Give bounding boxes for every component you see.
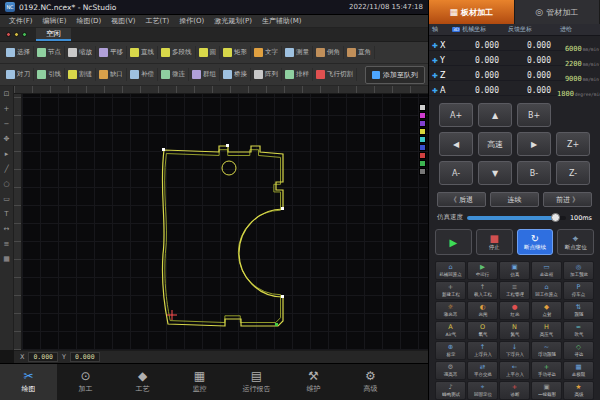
menu-item[interactable]: 视图(V) <box>106 16 140 26</box>
toolbar-item[interactable]: 缺口 <box>96 68 127 81</box>
machine-function-button[interactable]: ← 上平台入 <box>499 361 530 380</box>
color-swatch[interactable] <box>419 112 426 119</box>
machine-function-button[interactable]: ⌂ 机械回原点 <box>435 261 466 280</box>
sim-speed-knob[interactable] <box>551 213 560 222</box>
jog-button[interactable]: ▲ <box>478 103 512 127</box>
machine-function-button[interactable]: O 氧气 <box>467 321 498 340</box>
step-forward-button[interactable]: 前进 》 <box>543 192 592 207</box>
machine-function-button[interactable]: ↓ 下浮升入 <box>499 341 530 360</box>
jog-button[interactable]: Z+ <box>556 132 590 156</box>
machining-mode-tab[interactable]: ▦ 板材加工 <box>429 0 515 24</box>
jog-button[interactable]: B+ <box>517 103 551 127</box>
machine-function-button[interactable]: H 高压气 <box>531 321 562 340</box>
toolbar-item[interactable]: 多段线 <box>158 46 196 59</box>
view-tool-icon[interactable]: ▭ <box>3 195 10 203</box>
menu-item[interactable]: 编辑(E) <box>38 16 72 26</box>
view-tool-icon[interactable]: ≡ <box>4 240 10 248</box>
part-outline[interactable] <box>162 146 283 326</box>
machine-state-tab[interactable]: 空闲 <box>36 28 71 41</box>
machine-function-button[interactable]: ☼ 激光器 <box>435 301 466 320</box>
menu-item[interactable]: 激光规划(P) <box>209 16 257 26</box>
toolbar-item[interactable]: 平移 <box>96 46 127 59</box>
jog-button[interactable]: Z- <box>556 161 590 185</box>
color-swatch[interactable] <box>419 136 426 143</box>
machine-function-button[interactable]: ◆ 点射 <box>531 301 562 320</box>
machine-function-button[interactable]: ▣ 仿真 <box>499 261 530 280</box>
part-hole[interactable] <box>222 161 236 175</box>
machine-function-button[interactable]: ⌂ 回工作原点 <box>531 281 562 300</box>
machine-function-button[interactable]: + 新建工程 <box>435 281 466 300</box>
toolbar-item[interactable]: 文字 <box>251 46 282 59</box>
machine-function-button[interactable]: N 氮气 <box>499 321 530 340</box>
jog-button[interactable]: ▼ <box>478 161 512 185</box>
machine-function-button[interactable]: ◎ 加工预览 <box>563 261 594 280</box>
mode-tab[interactable]: ◆ 工艺 <box>114 364 171 400</box>
mode-tab[interactable]: ▦ 监控 <box>171 364 228 400</box>
drawing-canvas[interactable] <box>22 94 428 350</box>
machine-function-button[interactable]: + 手动寻边 <box>531 361 562 380</box>
continuous-button[interactable]: 连续 <box>490 192 539 207</box>
machine-function-button[interactable]: ▦ 走极限 <box>563 361 594 380</box>
machine-function-button[interactable]: ⇄ 平台交换 <box>467 361 498 380</box>
view-tool-icon[interactable]: − <box>4 120 10 128</box>
toolbar-item[interactable]: 倒角 <box>313 46 344 59</box>
toolbar-item[interactable]: 缩放 <box>65 46 96 59</box>
menu-item[interactable]: 生产辅助(M) <box>257 16 307 26</box>
mode-tab[interactable]: ✂ 绘图 <box>0 364 57 400</box>
jog-button[interactable]: B- <box>517 161 551 185</box>
color-swatch[interactable] <box>419 160 426 167</box>
menu-item[interactable]: 操作(O) <box>174 16 209 26</box>
machine-function-button[interactable]: ≈ 吹气 <box>563 321 594 340</box>
run-control-button[interactable]: ⌖ 断点定位 <box>557 229 594 255</box>
mode-tab[interactable]: ⊙ 加工 <box>57 364 114 400</box>
machine-function-button[interactable]: A Air气 <box>435 321 466 340</box>
machine-function-button[interactable]: ⊕ 标定 <box>435 341 466 360</box>
mode-tab[interactable]: ▤ 运行报告 <box>228 364 285 400</box>
view-tool-icon[interactable]: ▦ <box>3 255 10 263</box>
toolbar-item[interactable]: 矩形 <box>220 46 251 59</box>
run-control-button[interactable]: ■ 停止 <box>476 229 513 255</box>
view-tool-icon[interactable]: T <box>4 210 8 218</box>
machine-function-button[interactable]: ≡ 工程管理 <box>499 281 530 300</box>
view-tool-icon[interactable]: ⊡ <box>4 90 10 98</box>
jog-button[interactable]: 高速 <box>478 132 512 156</box>
step-back-button[interactable]: 《 后退 <box>437 192 486 207</box>
jog-button[interactable]: A- <box>439 161 473 185</box>
toolbar-item[interactable]: 补偿 <box>127 68 158 81</box>
machine-function-button[interactable]: + 诊断 <box>499 381 530 400</box>
machine-function-button[interactable]: P 停车点 <box>563 281 594 300</box>
sim-speed-slider[interactable] <box>467 216 566 220</box>
toolbar-item[interactable]: 阵列 <box>251 68 282 81</box>
view-tool-icon[interactable]: ✥ <box>4 135 10 143</box>
toolbar-item[interactable]: 群组 <box>189 68 220 81</box>
toolbar-item[interactable]: 直角 <box>344 46 375 59</box>
machine-function-button[interactable]: ● 红光 <box>499 301 530 320</box>
machine-function-button[interactable]: ~ 浮动跟随 <box>531 341 562 360</box>
toolbar-item[interactable]: 割缝 <box>65 68 96 81</box>
view-tool-icon[interactable]: ↔ <box>4 225 10 233</box>
machine-function-button[interactable]: ⌖ 回固定位 <box>467 381 498 400</box>
toolbar-item[interactable]: 飞行切割 <box>313 68 357 81</box>
add-to-queue-button[interactable]: 添加至队列 <box>365 66 425 84</box>
machine-function-button[interactable]: ◐ 光闸 <box>467 301 498 320</box>
color-swatch[interactable] <box>419 144 426 151</box>
color-swatch[interactable] <box>419 128 426 135</box>
toolbar-item[interactable]: 引线 <box>34 68 65 81</box>
machine-function-button[interactable]: ↑ 载入工程 <box>467 281 498 300</box>
color-swatch[interactable] <box>419 152 426 159</box>
toolbar-item[interactable]: 排样 <box>282 68 313 81</box>
toolbar-item[interactable]: 节点 <box>34 46 65 59</box>
menu-item[interactable]: 工艺(T) <box>141 16 175 26</box>
machine-function-button[interactable]: ◇ 寻边 <box>563 341 594 360</box>
machine-function-button[interactable]: ▣ 一键截图 <box>531 381 562 400</box>
machining-mode-tab[interactable]: ◎ 管材加工 <box>515 0 600 24</box>
view-tool-icon[interactable]: ○ <box>3 180 9 188</box>
machine-function-button[interactable]: ▭ 走边框 <box>531 261 562 280</box>
machine-function-button[interactable]: ⚙ 调高器 <box>435 361 466 380</box>
toolbar-item[interactable]: 桥接 <box>220 68 251 81</box>
machine-function-button[interactable]: ♪ 蜂鸣测试 <box>435 381 466 400</box>
mode-tab[interactable]: ⚒ 维护 <box>285 364 342 400</box>
color-swatch[interactable] <box>419 168 426 175</box>
toolbar-item[interactable]: 对刀 <box>3 68 34 81</box>
run-control-button[interactable]: ▶ <box>435 229 472 255</box>
